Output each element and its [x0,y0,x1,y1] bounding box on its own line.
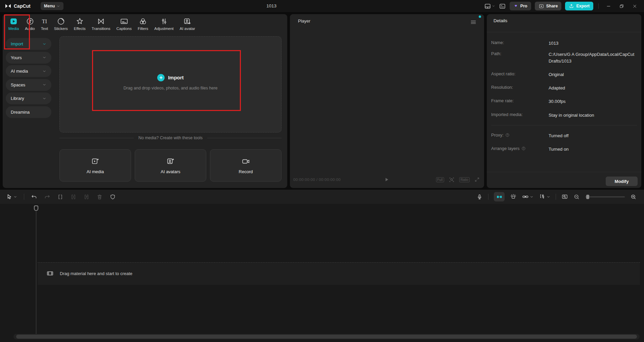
ai-avatars-icon [166,157,175,166]
tab-text[interactable]: TI Text [38,17,51,31]
ai-media-card[interactable]: AI media [59,149,131,182]
filters-icon [139,17,147,26]
captions-icon [120,17,128,26]
proxy-value[interactable]: Turned off [549,132,636,139]
film-strip-icon [46,270,54,277]
horizontal-scrollbar-thumb[interactable] [16,335,637,339]
zoom-out-icon[interactable] [573,194,580,200]
full-badge[interactable]: Full [436,177,444,182]
tab-filters[interactable]: Filters [135,17,151,31]
freeze-shield-icon[interactable] [110,194,116,200]
annotation-box-media-import [4,14,30,49]
minimize-button[interactable] [604,1,613,11]
tab-effects[interactable]: Effects [71,17,89,31]
aspect-ratio-label: Aspect ratio: [491,71,549,76]
chevron-down-icon [492,4,495,8]
tab-ai-avatar[interactable]: AI avatar [177,17,198,31]
details-footer-divider [487,172,641,172]
modify-button[interactable]: Modify [606,177,638,186]
toolbar-divider [556,194,556,200]
chevron-down-icon [547,195,550,199]
player-menu-button[interactable] [470,20,477,25]
sidebar-item-dreamina[interactable]: Dreamina [6,106,51,118]
restore-button[interactable] [617,1,626,11]
chevron-down-icon [42,83,46,87]
slider-track[interactable] [585,196,625,197]
slider-handle[interactable] [586,195,589,199]
details-row-imported-media: Imported media: Stay in original locatio… [491,112,636,119]
imported-media-value[interactable]: Stay in original location [549,112,636,119]
chevron-down-icon [530,195,533,199]
ai-avatars-card[interactable]: AI avatars [135,149,206,182]
layout-adjust-button[interactable] [499,3,506,10]
record-card-label: Record [239,169,253,174]
sidebar-item-ai-media[interactable]: AI media [6,65,51,77]
layout-switch-button[interactable] [484,3,495,10]
tab-transitions[interactable]: Transitions [89,17,114,31]
topbar-right: Pro Share Export [484,1,639,11]
playhead-line [36,211,36,334]
record-card[interactable]: Record [210,149,282,182]
timeline-area[interactable]: Drag material here and start to create [0,204,644,342]
arrange-layers-label: Arrange layers [491,146,549,151]
stickers-icon [57,17,65,26]
zoom-in-icon[interactable] [630,194,637,200]
fullscreen-icon[interactable] [474,177,480,183]
playhead-handle[interactable] [34,205,38,211]
ai-avatar-icon [183,17,191,26]
timeline-hint-text: Drag material here and start to create [60,271,132,276]
split-icon[interactable] [57,194,63,200]
microphone-icon[interactable] [476,194,483,200]
play-button[interactable] [384,177,389,182]
help-icon[interactable] [505,133,510,137]
media-sidebar: Import Yours AI media Spaces Library Dre… [6,38,51,120]
timeline-zoom-slider[interactable] [585,194,625,199]
select-split-mode-button[interactable] [539,193,550,200]
link-icon [522,193,529,200]
sidebar-item-library[interactable]: Library [6,92,51,104]
resolution-value[interactable]: Adapted [549,85,636,91]
toolbar-left-group [0,194,116,200]
pro-button[interactable]: Pro [510,2,531,10]
help-icon[interactable] [521,146,526,151]
close-button[interactable] [630,1,639,11]
share-button[interactable]: Share [535,2,562,10]
delete-right-icon[interactable] [83,194,90,200]
track-view-icon[interactable] [561,193,568,200]
redo-icon[interactable] [44,194,50,200]
empty-track-drop-area[interactable]: Drag material here and start to create [38,262,640,284]
tab-text-label: Text [41,27,48,31]
menu-button[interactable]: Menu [41,2,64,10]
delete-left-icon[interactable] [70,194,77,200]
tab-stickers-label: Stickers [54,27,68,31]
frame-rate-value[interactable]: 30.00fps [549,98,636,105]
tab-captions[interactable]: Captions [114,17,135,31]
chevron-down-icon [42,55,46,60]
tab-stickers[interactable]: Stickers [51,17,71,31]
arrange-layers-value[interactable]: Turned on [549,146,636,153]
snap-toggle-button[interactable] [494,192,505,201]
resolution-label: Resolution: [491,85,549,90]
undo-icon[interactable] [31,194,37,200]
sidebar-library-label: Library [11,96,24,101]
sidebar-item-yours[interactable]: Yours [6,52,51,64]
fit-zoom-icon[interactable] [448,177,455,183]
adjustment-icon [160,17,168,26]
select-tool-button[interactable] [6,194,17,200]
export-button[interactable]: Export [565,2,593,10]
sidebar-spaces-label: Spaces [11,82,25,87]
tab-adjustment[interactable]: Adjustment [151,17,177,31]
link-tool-button[interactable] [522,193,533,200]
delete-icon[interactable] [96,194,103,200]
tab-transitions-label: Transitions [92,27,111,31]
preview-axis-icon[interactable] [510,193,517,200]
tab-captions-label: Captions [117,27,132,31]
ratio-badge[interactable]: Ratio [459,177,470,182]
split-cursor-icon [539,193,546,200]
aspect-ratio-value[interactable]: Original [549,71,636,78]
sidebar-item-spaces[interactable]: Spaces [6,79,51,91]
sidebar-ai-media-label: AI media [11,69,28,74]
name-value: 1013 [549,40,636,47]
player-timecode: 00:00:00:00 / 00:00:00:00 [293,178,341,182]
player-controls: 00:00:00:00 / 00:00:00:00 Full Ratio [293,175,480,185]
